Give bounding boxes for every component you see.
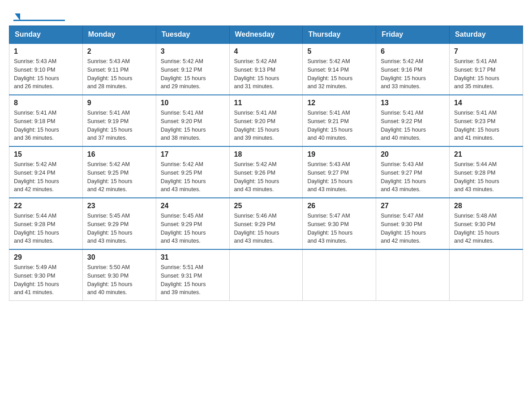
- day-number: 8: [14, 99, 78, 107]
- calendar-day-16: 16 Sunrise: 5:42 AM Sunset: 9:25 PM Dayl…: [82, 146, 156, 198]
- day-info: Sunrise: 5:41 AM Sunset: 9:23 PM Dayligh…: [454, 109, 518, 142]
- day-number: 6: [381, 47, 445, 56]
- day-info: Sunrise: 5:43 AM Sunset: 9:10 PM Dayligh…: [14, 57, 78, 91]
- calendar-day-2: 2 Sunrise: 5:43 AM Sunset: 9:11 PM Dayli…: [82, 43, 156, 95]
- day-number: 26: [307, 202, 371, 210]
- calendar-day-26: 26 Sunrise: 5:47 AM Sunset: 9:30 PM Dayl…: [303, 198, 376, 249]
- day-info: Sunrise: 5:45 AM Sunset: 9:29 PM Dayligh…: [161, 212, 225, 245]
- day-number: 29: [14, 253, 78, 261]
- weekday-header-row: SundayMondayTuesdayWednesdayThursdayFrid…: [9, 26, 523, 44]
- calendar-day-21: 21 Sunrise: 5:44 AM Sunset: 9:28 PM Dayl…: [450, 146, 523, 198]
- calendar-table: SundayMondayTuesdayWednesdayThursdayFrid…: [9, 26, 523, 301]
- day-number: 30: [87, 253, 151, 261]
- day-info: Sunrise: 5:42 AM Sunset: 9:26 PM Dayligh…: [234, 160, 298, 194]
- day-number: 22: [14, 202, 78, 210]
- calendar-day-22: 22 Sunrise: 5:44 AM Sunset: 9:28 PM Dayl…: [9, 198, 83, 249]
- day-info: Sunrise: 5:46 AM Sunset: 9:29 PM Dayligh…: [234, 212, 298, 245]
- calendar-day-3: 3 Sunrise: 5:42 AM Sunset: 9:12 PM Dayli…: [156, 43, 229, 95]
- day-info: Sunrise: 5:49 AM Sunset: 9:30 PM Dayligh…: [14, 263, 78, 297]
- day-number: 9: [87, 99, 151, 107]
- day-info: Sunrise: 5:42 AM Sunset: 9:25 PM Dayligh…: [161, 160, 225, 194]
- weekday-header-wednesday: Wednesday: [229, 26, 303, 44]
- calendar-day-13: 13 Sunrise: 5:41 AM Sunset: 9:22 PM Dayl…: [376, 95, 450, 146]
- calendar-day-29: 29 Sunrise: 5:49 AM Sunset: 9:30 PM Dayl…: [9, 249, 83, 301]
- day-number: 23: [87, 202, 151, 210]
- day-number: 13: [381, 99, 445, 107]
- calendar-week-2: 8 Sunrise: 5:41 AM Sunset: 9:18 PM Dayli…: [9, 95, 523, 146]
- day-number: 10: [161, 99, 225, 107]
- day-number: 11: [234, 99, 298, 107]
- day-info: Sunrise: 5:42 AM Sunset: 9:16 PM Dayligh…: [381, 57, 445, 91]
- calendar-day-28: 28 Sunrise: 5:48 AM Sunset: 9:30 PM Dayl…: [450, 198, 523, 249]
- weekday-header-saturday: Saturday: [450, 26, 523, 44]
- logo-triangle-icon: [15, 13, 20, 21]
- calendar-day-27: 27 Sunrise: 5:47 AM Sunset: 9:30 PM Dayl…: [376, 198, 450, 249]
- day-number: 3: [161, 47, 225, 56]
- day-info: Sunrise: 5:42 AM Sunset: 9:25 PM Dayligh…: [87, 160, 151, 194]
- day-info: Sunrise: 5:43 AM Sunset: 9:11 PM Dayligh…: [87, 57, 151, 91]
- calendar-day-4: 4 Sunrise: 5:42 AM Sunset: 9:13 PM Dayli…: [229, 43, 303, 95]
- calendar-week-1: 1 Sunrise: 5:43 AM Sunset: 9:10 PM Dayli…: [9, 43, 523, 95]
- day-number: 24: [161, 202, 225, 210]
- day-info: Sunrise: 5:41 AM Sunset: 9:18 PM Dayligh…: [14, 109, 78, 142]
- calendar-day-14: 14 Sunrise: 5:41 AM Sunset: 9:23 PM Dayl…: [450, 95, 523, 146]
- calendar-week-5: 29 Sunrise: 5:49 AM Sunset: 9:30 PM Dayl…: [9, 249, 523, 301]
- calendar-day-11: 11 Sunrise: 5:41 AM Sunset: 9:20 PM Dayl…: [229, 95, 303, 146]
- day-info: Sunrise: 5:43 AM Sunset: 9:27 PM Dayligh…: [307, 160, 371, 194]
- day-info: Sunrise: 5:45 AM Sunset: 9:29 PM Dayligh…: [87, 212, 151, 245]
- day-number: 20: [381, 150, 445, 158]
- logo-icon: [13, 13, 65, 21]
- day-info: Sunrise: 5:50 AM Sunset: 9:30 PM Dayligh…: [87, 263, 151, 297]
- day-number: 16: [87, 150, 151, 158]
- weekday-header-monday: Monday: [82, 26, 156, 44]
- calendar-empty-cell: [303, 249, 376, 301]
- calendar-day-1: 1 Sunrise: 5:43 AM Sunset: 9:10 PM Dayli…: [9, 43, 83, 95]
- weekday-header-tuesday: Tuesday: [156, 26, 229, 44]
- day-info: Sunrise: 5:41 AM Sunset: 9:20 PM Dayligh…: [161, 109, 225, 142]
- day-number: 17: [161, 150, 225, 158]
- calendar-empty-cell: [450, 249, 523, 301]
- calendar-empty-cell: [229, 249, 303, 301]
- calendar-day-7: 7 Sunrise: 5:41 AM Sunset: 9:17 PM Dayli…: [450, 43, 523, 95]
- weekday-header-sunday: Sunday: [9, 26, 83, 44]
- calendar-day-6: 6 Sunrise: 5:42 AM Sunset: 9:16 PM Dayli…: [376, 43, 450, 95]
- day-info: Sunrise: 5:42 AM Sunset: 9:24 PM Dayligh…: [14, 160, 78, 194]
- day-number: 7: [454, 47, 518, 56]
- day-info: Sunrise: 5:41 AM Sunset: 9:17 PM Dayligh…: [454, 57, 518, 91]
- day-number: 18: [234, 150, 298, 158]
- logo: [13, 13, 65, 21]
- day-number: 5: [307, 47, 371, 56]
- calendar-day-9: 9 Sunrise: 5:41 AM Sunset: 9:19 PM Dayli…: [82, 95, 156, 146]
- calendar-day-30: 30 Sunrise: 5:50 AM Sunset: 9:30 PM Dayl…: [82, 249, 156, 301]
- day-info: Sunrise: 5:47 AM Sunset: 9:30 PM Dayligh…: [307, 212, 371, 245]
- day-number: 2: [87, 47, 151, 56]
- day-number: 31: [161, 253, 225, 261]
- day-number: 1: [14, 47, 78, 56]
- day-info: Sunrise: 5:44 AM Sunset: 9:28 PM Dayligh…: [14, 212, 78, 245]
- calendar-empty-cell: [376, 249, 450, 301]
- day-number: 4: [234, 47, 298, 56]
- calendar-day-12: 12 Sunrise: 5:41 AM Sunset: 9:21 PM Dayl…: [303, 95, 376, 146]
- day-info: Sunrise: 5:41 AM Sunset: 9:20 PM Dayligh…: [234, 109, 298, 142]
- calendar-day-20: 20 Sunrise: 5:43 AM Sunset: 9:27 PM Dayl…: [376, 146, 450, 198]
- calendar-day-31: 31 Sunrise: 5:51 AM Sunset: 9:31 PM Dayl…: [156, 249, 229, 301]
- day-number: 19: [307, 150, 371, 158]
- day-info: Sunrise: 5:42 AM Sunset: 9:14 PM Dayligh…: [307, 57, 371, 91]
- day-info: Sunrise: 5:43 AM Sunset: 9:27 PM Dayligh…: [381, 160, 445, 194]
- day-info: Sunrise: 5:41 AM Sunset: 9:21 PM Dayligh…: [307, 109, 371, 142]
- calendar-day-23: 23 Sunrise: 5:45 AM Sunset: 9:29 PM Dayl…: [82, 198, 156, 249]
- day-number: 12: [307, 99, 371, 107]
- day-number: 25: [234, 202, 298, 210]
- day-number: 15: [14, 150, 78, 158]
- weekday-header-thursday: Thursday: [303, 26, 376, 44]
- day-number: 27: [381, 202, 445, 210]
- calendar-day-8: 8 Sunrise: 5:41 AM Sunset: 9:18 PM Dayli…: [9, 95, 83, 146]
- day-info: Sunrise: 5:48 AM Sunset: 9:30 PM Dayligh…: [454, 212, 518, 245]
- calendar-day-17: 17 Sunrise: 5:42 AM Sunset: 9:25 PM Dayl…: [156, 146, 229, 198]
- weekday-header-friday: Friday: [376, 26, 450, 44]
- calendar-day-10: 10 Sunrise: 5:41 AM Sunset: 9:20 PM Dayl…: [156, 95, 229, 146]
- day-number: 21: [454, 150, 518, 158]
- calendar-day-15: 15 Sunrise: 5:42 AM Sunset: 9:24 PM Dayl…: [9, 146, 83, 198]
- calendar-day-24: 24 Sunrise: 5:45 AM Sunset: 9:29 PM Dayl…: [156, 198, 229, 249]
- logo-underline: [13, 20, 65, 21]
